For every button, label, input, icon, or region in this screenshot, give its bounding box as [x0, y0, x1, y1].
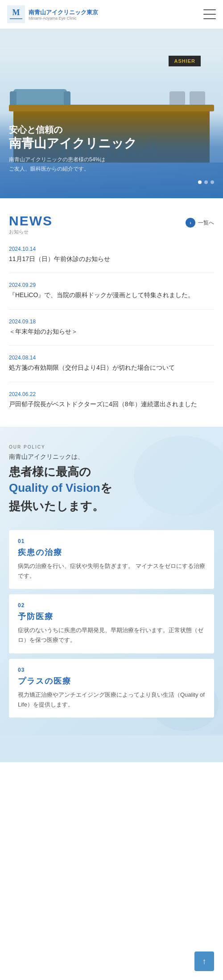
hero-sign: ASHIER	[169, 56, 201, 66]
site-header: M 南青山アイクリニック東京 Minami-Aoyama Eye Clinic	[0, 0, 223, 29]
news-text-5[interactable]: 戸田郁子院長がベストドクターズに4回（8年）連続選出されました	[9, 399, 214, 409]
hero-title-line2: 南青山アイクリニック	[9, 135, 214, 151]
service-desc-3: 視力矯正治療やアンチエイジング医療によってより良い生活（Quality of L…	[18, 690, 205, 710]
news-item: 2024.06.22 戸田郁子院長がベストドクターズに4回（8年）連続選出されま…	[9, 391, 214, 409]
hero-dot-3[interactable]	[211, 180, 214, 184]
hero-subtitle-line1: 南青山アイクリニックの患者様の54%は	[9, 156, 105, 163]
news-title-block: NEWS お知らせ	[9, 214, 53, 235]
service-item-3: 03 プラスの医療 視力矯正治療やアンチエイジング医療によってより良い生活（Qu…	[9, 659, 214, 718]
hero-subtitle-line2: ご友人、眼科医からの紹介です。	[9, 166, 89, 172]
service-title-2: 予防医療	[18, 611, 205, 622]
logo[interactable]: M 南青山アイクリニック東京 Minami-Aoyama Eye Clinic	[7, 5, 98, 23]
news-item: 2024.08.14 処方箋の有効期限（交付日より4日）が切れた場合について	[9, 355, 214, 382]
hero-overlay: 安心と信頼の 南青山アイクリニック 南青山アイクリニックの患者様の54%は ご友…	[0, 113, 223, 198]
news-title-sub: お知らせ	[9, 229, 53, 235]
policy-heading-part1: 患者様に最高の	[9, 465, 91, 478]
hamburger-menu[interactable]	[203, 9, 216, 19]
service-desc-1: 病気の治療を行い、症状や失明を防ぎます。 マイナスをゼロにする治療です。	[18, 561, 205, 581]
service-number-3: 03	[18, 667, 205, 673]
news-date-2: 2024.09.29	[9, 282, 214, 288]
service-item-2: 02 予防医療 症状のないうちに疾患の早期発見、早期治療を行います。正常状態（ゼ…	[9, 594, 214, 653]
news-section: NEWS お知らせ › 一覧へ 2024.10.14 11月17日（日）午前休診…	[0, 198, 223, 427]
news-item: 2024.10.14 11月17日（日）午前休診のお知らせ	[9, 246, 214, 273]
hero-counter-top	[9, 105, 214, 111]
news-more-link[interactable]: › 一覧へ	[186, 218, 214, 228]
service-title-3: プラスの医療	[18, 676, 205, 686]
policy-section: OUR POLICY 南青山アイクリニックは、 患者様に最高の Quality …	[0, 427, 223, 735]
quality-of-vision-text: Quality of Vision	[9, 481, 100, 494]
news-text-4[interactable]: 処方箋の有効期限（交付日より4日）が切れた場合について	[9, 363, 214, 372]
service-number-1: 01	[18, 538, 205, 544]
hero-title-line1: 安心と信頼の	[9, 124, 214, 135]
news-date-3: 2024.09.18	[9, 318, 214, 325]
service-desc-2: 症状のないうちに疾患の早期発見、早期治療を行います。正常状態（ゼロ）を保つ医療で…	[18, 625, 205, 645]
logo-icon: M	[7, 5, 25, 23]
policy-heading-part2: を	[100, 481, 112, 494]
service-item-1: 01 疾患の治療 病気の治療を行い、症状や失明を防ぎます。 マイナスをゼロにする…	[9, 530, 214, 589]
svg-text:M: M	[12, 8, 20, 17]
service-number-2: 02	[18, 602, 205, 608]
hero-dot-1[interactable]	[198, 180, 202, 184]
hamburger-line-1	[203, 9, 216, 10]
news-text-3[interactable]: ＜年末年始のお知らせ＞	[9, 327, 214, 336]
news-date-4: 2024.08.14	[9, 355, 214, 361]
logo-clinic-name: 南青山アイクリニック東京	[29, 9, 98, 16]
news-header: NEWS お知らせ › 一覧へ	[9, 214, 214, 235]
news-text-2[interactable]: 『HELiCO』で、当院の眼科ドックが漫画として特集されました。	[9, 290, 214, 300]
hero-dot-2[interactable]	[204, 180, 208, 184]
news-text-1[interactable]: 11月17日（日）午前休診のお知らせ	[9, 254, 214, 264]
news-more-icon: ›	[186, 218, 195, 228]
news-more-text: 一覧へ	[198, 219, 214, 227]
hero-section: ASHIER MINKA 安心と信頼の 南青山アイクリニック 南青山アイクリニッ…	[0, 29, 223, 198]
service-title-1: 疾患の治療	[18, 547, 205, 558]
news-title: NEWS	[9, 214, 53, 228]
hamburger-line-3	[203, 18, 216, 19]
hero-pagination	[9, 180, 214, 184]
logo-sub-text: Minami-Aoyama Eye Clinic	[29, 16, 98, 20]
news-date-1: 2024.10.14	[9, 246, 214, 252]
hero-title: 安心と信頼の 南青山アイクリニック	[9, 124, 214, 151]
news-item: 2024.09.18 ＜年末年始のお知らせ＞	[9, 318, 214, 346]
hero-ceiling	[0, 29, 223, 47]
hero-subtitle: 南青山アイクリニックの患者様の54%は ご友人、眼科医からの紹介です。	[9, 155, 214, 173]
news-date-5: 2024.06.22	[9, 391, 214, 397]
bottom-space	[0, 735, 223, 762]
news-item: 2024.09.29 『HELiCO』で、当院の眼科ドックが漫画として特集されま…	[9, 282, 214, 309]
hamburger-line-2	[203, 14, 216, 15]
